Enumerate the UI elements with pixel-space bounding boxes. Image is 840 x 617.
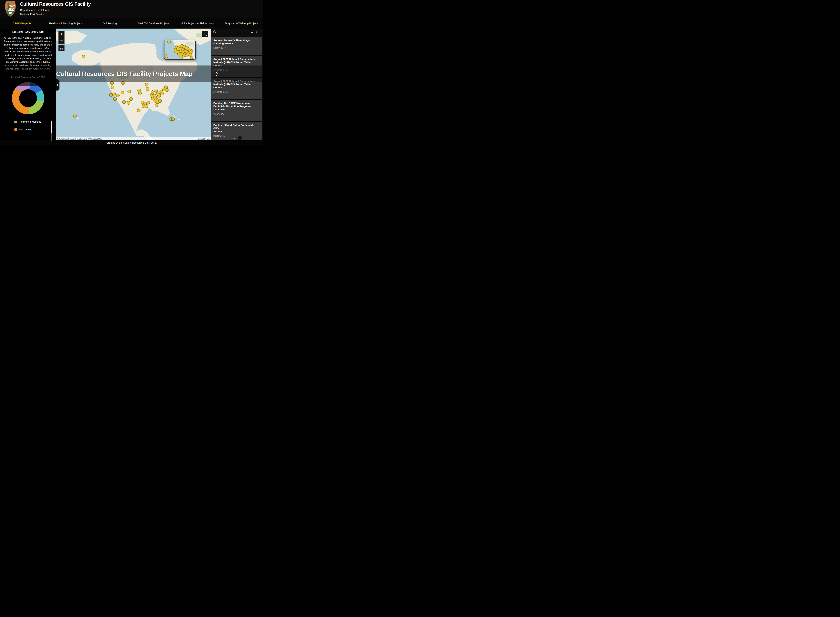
project-card-3[interactable]: Building the CABIN (American Battlefield… — [211, 100, 262, 121]
scroll-up-button[interactable] — [232, 136, 236, 140]
nav-tab-2[interactable]: GIS Training — [88, 18, 132, 28]
sidebar-description-line: Program dedicated to using geospatial so… — [0, 40, 56, 43]
sort-label: A > Z — [251, 31, 257, 33]
legend-item-0[interactable]: Fieldwork & Mapping — [15, 119, 56, 124]
legend-item-2[interactable]: GPS Training — [15, 135, 56, 136]
project-card-title: Building the CABIN (American Battlefield… — [213, 102, 260, 111]
nav-tab-5[interactable]: StoryMap & Web App Projects — [220, 18, 263, 28]
page: NATIONAL PARK SERVICE Cultural Resources… — [0, 0, 263, 145]
svg-text:NATIONAL: NATIONAL — [9, 4, 15, 6]
map-marker[interactable] — [121, 91, 124, 94]
app-title: Cultural Resources GIS Facility — [20, 1, 91, 7]
chevron-down-icon — [259, 31, 261, 33]
chevron-right-icon[interactable] — [215, 71, 218, 77]
nav-tab-4[interactable]: GPS Projects & Fieldschools — [176, 18, 219, 28]
map-marker[interactable] — [127, 101, 130, 105]
sidebar-scrollbar-track[interactable] — [51, 133, 52, 141]
map-marker[interactable] — [112, 93, 116, 96]
active-tab-underline — [3, 26, 48, 27]
map-marker[interactable] — [127, 90, 131, 93]
sidebar-description-line: aim to create awareness in place based c… — [0, 53, 56, 57]
legend-swatch — [15, 128, 17, 131]
nav-tab-0[interactable]: CRGIS Projects — [0, 18, 44, 28]
zoom-out-button[interactable]: − — [59, 37, 64, 44]
projects-map[interactable]: + − National Park Service, © Mapbox, and… — [56, 28, 211, 140]
map-attribution-bar: National Park Service, © Mapbox, and © O… — [56, 137, 211, 140]
search-icon[interactable] — [213, 30, 217, 34]
project-card-title: Bunker Hill and Boton Battlefields GPS S… — [213, 123, 260, 133]
nav-tab-1[interactable]: Fieldwork & Mapping Projects — [44, 18, 88, 28]
sort-control[interactable]: A > Z — [251, 31, 261, 33]
project-card-title: Andrew Jackson's Heremitage Mapping Proj… — [213, 38, 260, 45]
map-marker[interactable] — [129, 97, 133, 101]
map-marker[interactable] — [116, 94, 120, 97]
project-card-location: Nashville, TN — [213, 47, 260, 49]
panel-scrollbar[interactable] — [263, 81, 263, 112]
panel-header: A > Z — [211, 28, 263, 37]
map-marker[interactable] — [113, 97, 117, 101]
map-attribution-text: National Park Service, © Mapbox, and © O… — [57, 138, 102, 140]
map-marker[interactable] — [180, 55, 183, 58]
header-agency-line: National Park Service — [20, 13, 44, 16]
created-by-text: Created by the Cultural Resources GIS Fa… — [106, 142, 157, 144]
map-marker[interactable] — [146, 101, 150, 105]
map-marker[interactable] — [138, 92, 142, 95]
sidebar-description-line: cultural resources and historic places. … — [0, 47, 56, 50]
search-icon — [204, 32, 207, 36]
zoom-control: + − — [58, 31, 65, 44]
zoom-in-button[interactable]: + — [59, 31, 64, 37]
sidebar-description-line: knowledge, inform how these tools (GIS, … — [0, 57, 56, 60]
project-card-4[interactable]: Bunker Hill and Boton Battlefields GPS S… — [211, 122, 262, 143]
sidebar-description-line: mission is to ‘Map History for the Futur… — [0, 50, 56, 53]
map-marker[interactable] — [189, 53, 192, 57]
map-marker[interactable] — [172, 117, 175, 121]
map-marker[interactable] — [73, 114, 77, 118]
nps-arrowhead-logo-icon: NATIONAL PARK SERVICE — [4, 1, 16, 17]
map-marker[interactable] — [185, 53, 189, 57]
sidebar-scrollbar-thumb[interactable] — [51, 121, 52, 133]
map-search-button[interactable] — [202, 31, 209, 37]
map-marker[interactable] — [82, 55, 85, 58]
sidebar-description-line: CRGIS is the only National Park Service … — [0, 36, 56, 40]
legend-label: Fieldwork & Mapping — [18, 120, 41, 123]
map-marker[interactable] — [145, 83, 148, 87]
projects-list-panel: A > Z Andrew Jackson's Heremitage Mappin… — [211, 28, 263, 145]
project-card-location: WASO, DC — [213, 112, 260, 115]
map-marker[interactable] — [111, 86, 114, 89]
map-marker[interactable] — [150, 94, 153, 97]
project-card-location: Alexandria, VA — [213, 90, 260, 93]
map-marker[interactable] — [155, 103, 158, 107]
map-marker[interactable] — [151, 90, 154, 94]
home-button[interactable] — [58, 45, 65, 51]
donut-chart-hole — [19, 89, 37, 107]
project-card-location: Boston, MA — [213, 134, 260, 137]
nav-tab-3[interactable]: MAPIT & Database Projects — [132, 18, 176, 28]
chevron-left-icon — [57, 83, 59, 87]
chart-legend: Fieldwork & MappingGIS TrainingGPS Train… — [15, 119, 56, 136]
footer-bar: Created by the Cultural Resources GIS Fa… — [0, 140, 263, 145]
projects-list: Andrew Jackson's Heremitage Mapping Proj… — [211, 37, 262, 143]
project-card-0[interactable]: Andrew Jackson's Heremitage Mapping Proj… — [211, 37, 262, 55]
scroll-down-button[interactable] — [238, 136, 242, 140]
map-marker[interactable] — [165, 55, 169, 58]
svg-text:SERVICE: SERVICE — [9, 7, 15, 9]
svg-text:PARK: PARK — [10, 6, 13, 7]
sidebar-heading: Cultural Resources GIS — [0, 30, 56, 33]
map-inset-box — [164, 40, 196, 60]
legend-swatch — [15, 121, 17, 123]
map-title-band: Cultural Resources GIS Facility Projects… — [56, 65, 263, 82]
chevron-up-icon — [233, 137, 235, 139]
sidebar-description-line: inventories to databases for resource pl… — [0, 63, 56, 67]
map-marker[interactable] — [142, 104, 145, 108]
legend-item-1[interactable]: GIS Training — [15, 127, 56, 132]
map-marker[interactable] — [167, 40, 171, 43]
map-marker[interactable] — [137, 108, 140, 112]
map-marker[interactable] — [145, 104, 148, 108]
map-marker[interactable] — [122, 100, 126, 104]
chart-title: Type of Projects Since 1995 — [0, 75, 56, 78]
home-icon — [60, 47, 63, 50]
map-marker[interactable] — [146, 87, 149, 91]
map-marker[interactable] — [160, 92, 164, 95]
powered-by-esri: Powered by Esri — [197, 138, 210, 140]
map-marker[interactable] — [165, 88, 169, 92]
